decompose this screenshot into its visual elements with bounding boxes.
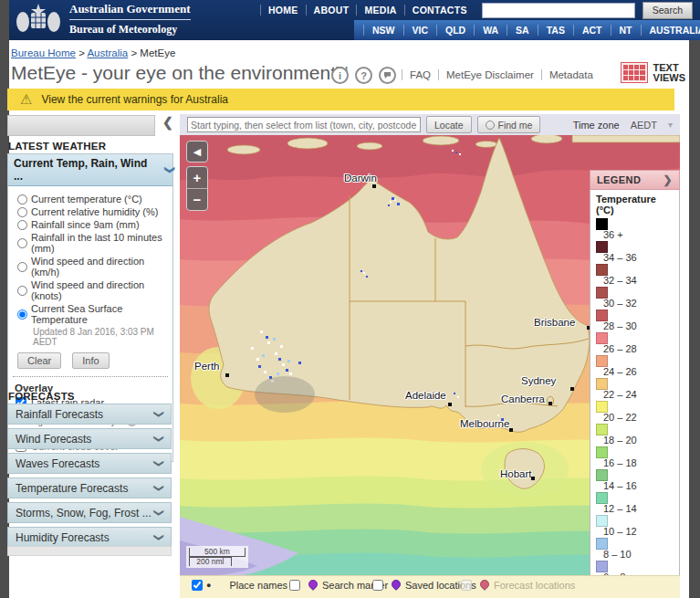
forecast-accordion[interactable]: Wind Forecasts ❯ [7, 428, 172, 449]
top-nav-link[interactable]: CONTACTS [404, 5, 475, 16]
warning-banner[interactable]: ⚠ View the current warnings for Australi… [7, 89, 674, 110]
state-link[interactable]: TAS [538, 25, 573, 36]
top-nav-link[interactable]: MEDIA [356, 5, 403, 16]
meta-link[interactable]: FAQ [402, 69, 438, 80]
state-link[interactable]: WA [474, 25, 507, 36]
map-pin-icon [478, 578, 491, 591]
info-button[interactable]: Info [72, 352, 109, 369]
weather-map[interactable]: Darwin Brisbane Perth Adelaide [180, 135, 680, 575]
locate-button[interactable]: Locate [426, 116, 472, 133]
legend-entry: 26 – 28 [596, 332, 674, 354]
legend-entry-label: 22 – 24 [603, 390, 674, 400]
legend-entry: 24 – 26 [596, 355, 674, 377]
legend-header[interactable]: LEGEND ❯ [590, 170, 680, 190]
city-label[interactable]: Perth [194, 361, 220, 372]
weather-option[interactable]: Rainfall in the last 10 minutes (mm) [13, 232, 168, 254]
weather-option[interactable]: Wind speed and direction (km/h) [13, 256, 168, 278]
find-me-button[interactable]: Find me [477, 116, 541, 133]
scale-nmi: 200 nml [189, 557, 232, 566]
crosshair-icon [486, 121, 495, 130]
chevron-down-icon: ❯ [153, 533, 165, 541]
state-link[interactable]: ACT [573, 25, 611, 36]
weather-option[interactable]: Rainfall since 9am (mm) [13, 219, 168, 230]
weather-radio[interactable] [17, 309, 27, 320]
site-search-button[interactable]: Search [643, 2, 693, 19]
info-icon[interactable]: i [331, 67, 349, 84]
state-link[interactable]: AUSTRALIA [641, 25, 700, 36]
place-dot-icon: ● [206, 581, 211, 590]
weather-option[interactable]: Current Sea Surface Temperature [13, 303, 168, 325]
layer-checkbox[interactable] [461, 580, 472, 591]
weather-option[interactable]: Wind speed and direction (knots) [13, 279, 168, 301]
logo-block[interactable]: Australian Government Bureau of Meteorol… [15, 2, 191, 37]
breadcrumb-link-australia[interactable]: Australia [87, 47, 128, 58]
meta-link[interactable]: Metadata [541, 69, 601, 80]
chevron-right-icon: ❯ [663, 173, 673, 186]
clear-button[interactable]: Clear [17, 352, 61, 369]
city-label[interactable]: Canberra [501, 393, 545, 404]
breadcrumb-link-home[interactable]: Bureau Home [11, 47, 76, 58]
bureau-title: Bureau of Meteorology [69, 23, 191, 37]
legend-entry: 36 + [596, 218, 674, 240]
forecast-accordion[interactable]: Storms, Snow, Fog, Frost ... ❯ [7, 502, 172, 523]
state-link[interactable]: SA [507, 25, 538, 36]
city-label[interactable]: Adelaide [405, 390, 446, 401]
map-toolbar: Locate Find me Time zone AEDT ▾ [180, 114, 680, 135]
weather-radio[interactable] [17, 220, 27, 230]
site-search-input[interactable] [482, 3, 635, 18]
layer-checkbox[interactable] [289, 580, 300, 591]
weather-radio[interactable] [17, 194, 27, 205]
location-search-input[interactable] [187, 117, 421, 132]
city-marker [570, 387, 574, 391]
map-pan-button[interactable]: ◀ [186, 141, 208, 163]
state-link[interactable]: NT [611, 25, 641, 36]
top-nav-link[interactable]: HOME [260, 5, 306, 16]
top-nav-link[interactable]: ABOUT [306, 5, 357, 16]
meteye-app: Australian Government Bureau of Meteorol… [0, 0, 700, 598]
city-label[interactable]: Hobart [500, 468, 532, 479]
title-icons: i ? [331, 67, 396, 84]
weather-radio[interactable] [17, 207, 27, 217]
text-views-button[interactable]: TEXTVIEWS [621, 62, 685, 83]
legend-entry-label: 10 – 12 [603, 527, 674, 537]
top-links: HOMEABOUTMEDIACONTACTS [260, 5, 475, 16]
layer-checkbox[interactable] [192, 580, 203, 591]
state-link[interactable]: VIC [403, 25, 437, 36]
legend-entry: 10 – 12 [596, 515, 674, 537]
panel-header[interactable]: Current Temp, Rain, Wind ... ❯ [8, 154, 172, 186]
city-label[interactable]: Melbourne [460, 418, 509, 429]
chevron-down-icon: ❯ [153, 509, 165, 517]
chevron-down-icon: ❯ [153, 435, 165, 443]
layer-toggle[interactable]: Forecast locations [461, 580, 575, 591]
warning-text: View the current warnings for Australia [41, 93, 228, 106]
layer-checkbox[interactable] [372, 580, 383, 591]
map-layers-bar: ● Place names Search marker Saved locati… [180, 575, 680, 598]
forecast-accordion[interactable]: Rainfall Forecasts ❯ [7, 404, 172, 425]
forecast-accordion[interactable]: Temperature Forecasts ❯ [7, 477, 172, 498]
coat-of-arms-icon [15, 2, 62, 37]
city-label[interactable]: Darwin [344, 173, 377, 184]
zoom-in-button[interactable]: + [187, 167, 207, 189]
sidebar-top-bar [7, 115, 155, 136]
chevron-down-icon: ❯ [153, 484, 165, 492]
weather-option[interactable]: Current temperature (°C) [13, 194, 168, 205]
timezone-select[interactable]: AEDT [631, 120, 657, 131]
weather-radio[interactable] [17, 238, 27, 248]
city-label[interactable]: Brisbane [534, 317, 575, 328]
legend-entry-label: 26 – 28 [603, 344, 674, 354]
city-label[interactable]: Sydney [521, 375, 556, 386]
meta-link[interactable]: MetEye Disclaimer [438, 69, 541, 80]
zoom-out-button[interactable]: − [187, 189, 207, 210]
map-scale-bar: 500 km 200 nml [186, 546, 248, 568]
sidebar-collapse-icon[interactable]: ❮ [162, 115, 173, 130]
help-icon[interactable]: ? [355, 67, 372, 84]
forecast-accordion[interactable]: Waves Forecasts ❯ [7, 453, 172, 474]
state-link[interactable]: QLD [436, 25, 474, 36]
weather-option[interactable]: Current relative humidity (%) [13, 206, 168, 217]
feedback-icon[interactable] [379, 67, 396, 84]
legend-entry: 16 – 18 [596, 446, 674, 468]
layer-toggle[interactable]: ● Place names [192, 580, 287, 591]
state-link[interactable]: NSW [363, 25, 403, 36]
weather-radio[interactable] [17, 286, 27, 296]
weather-radio[interactable] [17, 262, 27, 272]
